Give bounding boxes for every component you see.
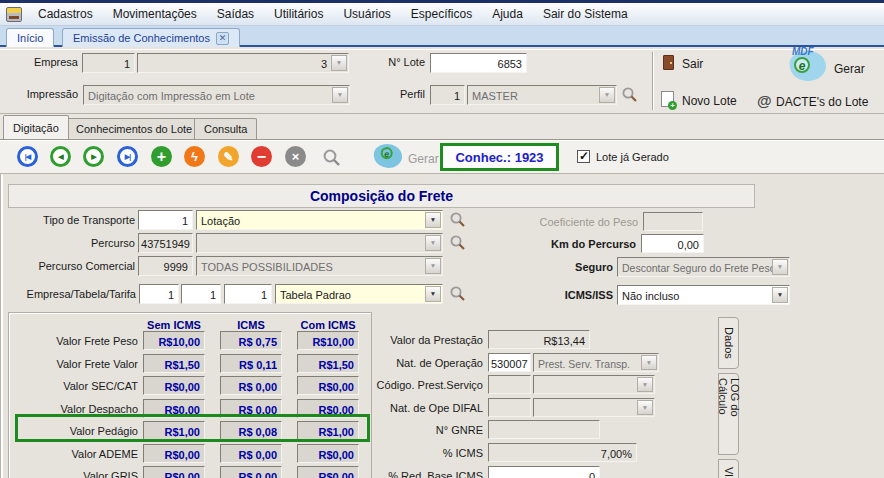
row-label: Valor Despacho	[8, 403, 138, 415]
tab-digitacao[interactable]: Digitação	[3, 115, 69, 139]
cell-com-icms: R$0,00	[297, 399, 359, 418]
empresa-label: Empresa	[8, 56, 78, 68]
tipo-transporte-combo[interactable]: Lotação ▼	[196, 210, 443, 230]
codigo-prest-servico-label: Código. Prest.Serviço	[374, 379, 483, 391]
menu-saidas[interactable]: Saídas	[207, 4, 264, 24]
cancel-icon[interactable]: ×	[285, 146, 306, 167]
edit-pencil-icon[interactable]: ✎	[218, 146, 239, 167]
cell-com-icms: R$1,50	[297, 354, 359, 373]
ett-tarifa-field[interactable]: 1	[224, 284, 272, 304]
nat-operacao-code-field[interactable]: 530007	[488, 353, 531, 372]
tab-close-icon[interactable]: ✕	[216, 32, 229, 45]
perfil-search-icon[interactable]	[621, 86, 638, 103]
page-title: Composição do Frete	[8, 184, 755, 208]
row-label: Valor Frete Peso	[8, 335, 138, 347]
inner-tab-bar: Digitação Conhecimentos do Lote Consulta	[0, 114, 884, 139]
percurso-comercial-label: Percurso Comercial	[8, 260, 135, 272]
pct-icms-label: % ICMS	[374, 447, 483, 459]
icms-iss-combo[interactable]: Não incluso ▼	[617, 285, 790, 305]
nat-ope-difal-combo: ▼	[533, 398, 655, 417]
valor-prestacao-field: R$13,44	[488, 330, 590, 349]
dropdown-arrow-icon[interactable]: ▼	[425, 286, 441, 302]
percurso-search-icon[interactable]	[449, 234, 466, 251]
search-icon[interactable]	[322, 148, 339, 165]
impressao-combo: Digitação com Impressão em Lote ▼	[83, 85, 350, 105]
n-lote-label: N° Lote	[355, 56, 425, 68]
menu-especificos[interactable]: Específicos	[401, 4, 482, 24]
at-sign-icon: @	[757, 92, 772, 109]
cell-icms: R$ 0,11	[220, 354, 282, 373]
side-tab-log-do-calculo[interactable]: LOG do Cálculo	[718, 373, 739, 455]
nat-ope-difal-code-field	[488, 398, 531, 417]
lightning-icon[interactable]: ϟ	[184, 146, 205, 167]
menu-cadastros[interactable]: Cadastros	[28, 4, 103, 24]
n-gnre-field	[488, 420, 600, 439]
side-tab-dados[interactable]: Dados	[718, 317, 739, 369]
col-header-sem-icms: Sem ICMS	[143, 319, 205, 331]
seguro-combo: Descontar Seguro do Frete Peso ▼	[617, 257, 790, 277]
menu-movimentacoes[interactable]: Movimentações	[103, 4, 207, 24]
impressao-label: Impressão	[8, 88, 78, 100]
app-icon	[6, 7, 22, 22]
tab-emissao-de-conhecimentos[interactable]: Emissão de Conhecimentos ✕	[62, 28, 240, 47]
toolbar-gerar-label: Gerar	[408, 152, 439, 166]
icms-iss-label: ICMS/ISS	[543, 289, 613, 301]
cell-com-icms: R$1,00	[297, 421, 359, 440]
last-record-icon[interactable]: ▶|	[117, 146, 138, 167]
dacte-label[interactable]: DACTE's do Lote	[776, 95, 868, 109]
mdfe-gerar-label[interactable]: Gerar	[834, 62, 865, 76]
next-record-icon[interactable]: ▶	[83, 146, 104, 167]
n-gnre-label: N° GNRE	[374, 424, 483, 436]
sair-button-label[interactable]: Sair	[682, 57, 703, 71]
empresa-combo: 3 ▼	[137, 53, 349, 73]
pct-red-base-icms-label: % Red. Base ICMS	[374, 470, 483, 478]
menu-ajuda[interactable]: Ajuda	[482, 4, 533, 24]
pct-red-base-icms-field[interactable]: 0	[488, 466, 600, 478]
ett-empresa-field[interactable]: 1	[139, 284, 179, 304]
tab-inicio[interactable]: Início	[6, 28, 54, 47]
dropdown-arrow-icon: ▼	[637, 400, 653, 415]
menu-utilitarios[interactable]: Utilitários	[264, 4, 333, 24]
dropdown-arrow-icon[interactable]: ▼	[425, 212, 441, 228]
perfil-combo: MASTER ▼	[467, 85, 617, 105]
tabela-search-icon[interactable]	[449, 285, 466, 302]
dropdown-arrow-icon: ▼	[425, 258, 441, 274]
cell-sem-icms: R$0,00	[143, 399, 205, 418]
cell-com-icms: R$0,00	[297, 376, 359, 395]
cell-sem-icms: R$1,00	[143, 421, 205, 440]
tab-conhecimentos-do-lote[interactable]: Conhecimentos do Lote	[66, 118, 202, 139]
tipo-transporte-search-icon[interactable]	[449, 211, 466, 228]
remove-icon[interactable]: −	[251, 146, 272, 167]
dropdown-arrow-icon[interactable]: ▼	[772, 287, 788, 303]
dropdown-arrow-icon: ▼	[599, 87, 615, 103]
cell-icms: R$ 0,00	[220, 466, 282, 478]
tab-inicio-label: Início	[17, 32, 43, 44]
tabela-combo[interactable]: Tabela Padrao ▼	[275, 284, 443, 304]
nat-operacao-combo: Prest. Serv. Transp. ▼	[533, 353, 659, 372]
perfil-label: Perfil	[355, 88, 425, 100]
n-lote-field[interactable]: 6853	[430, 53, 527, 73]
side-tab-vl-c[interactable]: Vl. C	[718, 459, 739, 478]
tipo-transporte-label: Tipo de Transporte	[8, 214, 135, 226]
conhecimento-number-badge: Conhec.: 1923	[440, 143, 559, 171]
tab-consulta[interactable]: Consulta	[194, 118, 257, 139]
perfil-combo-text: MASTER	[472, 90, 518, 102]
codigo-prest-servico-code-field	[488, 375, 531, 394]
prev-record-icon[interactable]: ◀	[50, 146, 71, 167]
mdfe-logo-e: e	[794, 57, 810, 73]
impressao-combo-text: Digitação com Impressão em Lote	[88, 90, 255, 102]
empresa-combo-text: 3	[321, 58, 327, 70]
menu-usuarios[interactable]: Usuários	[333, 4, 400, 24]
first-record-icon[interactable]: |◀	[17, 146, 38, 167]
novo-lote-label[interactable]: Novo Lote	[682, 94, 737, 108]
row-label: Valor ADEME	[8, 448, 138, 460]
ett-tabela-field[interactable]: 1	[181, 284, 221, 304]
tipo-transporte-code-field[interactable]: 1	[138, 210, 193, 230]
add-icon[interactable]: +	[151, 146, 172, 167]
seguro-label: Seguro	[540, 261, 613, 273]
dropdown-arrow-icon: ▼	[637, 377, 653, 392]
lote-ja-gerado-checkbox[interactable]	[577, 150, 590, 163]
km-percurso-field[interactable]: 0,00	[641, 234, 704, 253]
menu-sair-do-sistema[interactable]: Sair do Sistema	[533, 4, 638, 24]
percurso-comercial-code-field: 9999	[138, 256, 193, 276]
